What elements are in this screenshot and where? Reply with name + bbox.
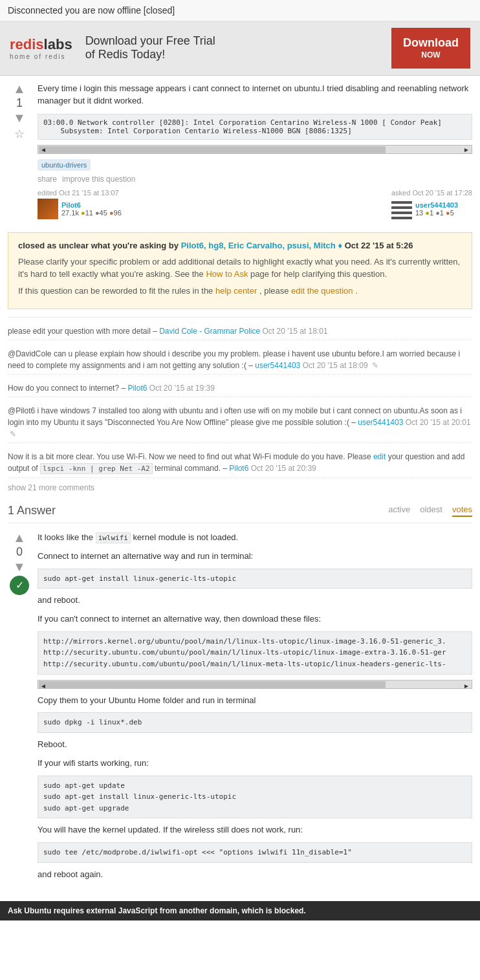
asker-info: user5441403 13 ●1 ●1 ●5	[415, 201, 458, 217]
vote-up-button[interactable]: ▲	[13, 82, 26, 95]
answer-para7: If your wifi starts working, run:	[38, 757, 472, 770]
asked-by-card: asked Oct 20 '15 at 17:28 user5441403 13…	[391, 189, 472, 219]
closed-body1: Please clarify your specific problem or …	[18, 256, 462, 281]
sort-active-tab[interactable]: active	[388, 505, 410, 517]
edit-question-link[interactable]: edit the question	[291, 286, 353, 296]
ad-logo: redislabs home of redis	[10, 36, 72, 60]
answer-para5: Copy them to your Ubuntu Home folder and…	[38, 694, 472, 708]
editor-avatar	[38, 199, 58, 219]
ad-banner: redislabs home of redis Download your Fr…	[0, 21, 480, 76]
main-content: ▲ 1 ▼ ☆ Every time i login this message …	[0, 76, 480, 901]
asker-avatar	[391, 199, 412, 219]
answer-vote-down[interactable]: ▼	[13, 560, 26, 573]
scrollbar[interactable]: ◄ ►	[38, 145, 472, 154]
answer-para4: If you can't connect to internet an alte…	[38, 613, 472, 626]
answer-vote-up[interactable]: ▲	[13, 531, 26, 544]
accepted-badge: ✓	[10, 576, 29, 595]
comment-1: please edit your question with more deta…	[8, 323, 472, 340]
show-more-link[interactable]: show 21 more comments	[8, 483, 94, 492]
comment-2-edit-icon[interactable]: ✎	[372, 361, 378, 370]
comment-3: How do you connect to internet? – Pilot6…	[8, 380, 472, 397]
asker-name[interactable]: user5441403	[415, 201, 458, 209]
answer-para9: and reboot again.	[38, 868, 472, 882]
comment-2: @DavidCole can u please explain how shou…	[8, 345, 472, 375]
answer-vote-count: 0	[16, 545, 23, 559]
closed-header: closed as unclear what you're asking by …	[18, 241, 462, 250]
answer-body: It looks like the iwlwifi kernel module …	[38, 531, 472, 887]
comment-5: Now it is a bit more clear. You use Wi-F…	[8, 448, 472, 478]
answer-scroll-left[interactable]: ◄	[38, 681, 49, 692]
answer-code-inline: iwlwifi	[96, 532, 131, 543]
download-button[interactable]: Download NOW	[391, 28, 470, 69]
editor-name[interactable]: Pilot6	[61, 201, 122, 209]
answer-code-block-1: sudo apt-get install linux-generic-lts-u…	[38, 569, 472, 589]
scroll-left-arrow[interactable]: ◄	[38, 146, 49, 154]
answer-code-block-4: sudo apt-get update sudo apt-get install…	[38, 776, 472, 819]
comments-section: please edit your question with more deta…	[8, 317, 472, 492]
comment-4-user[interactable]: user5441403	[358, 418, 403, 427]
top-bar: Disconnected you are now offline [closed…	[0, 0, 480, 21]
question-text: Every time i login this message appears …	[38, 82, 472, 107]
help-center-link[interactable]: help center	[215, 286, 257, 296]
closed-notice: closed as unclear what you're asking by …	[8, 232, 472, 310]
edited-label: edited Oct 21 '15 at 13:07	[38, 189, 122, 197]
edit-link-comment5[interactable]: edit	[373, 452, 386, 461]
comment-5-user[interactable]: Pilot6	[229, 464, 248, 473]
asker-silver-badge: ●	[435, 209, 440, 217]
asker-bronze-badge: ●	[446, 209, 450, 217]
sort-votes-tab[interactable]: votes	[452, 505, 472, 517]
comment-3-user[interactable]: Pilot6	[127, 384, 147, 393]
answer-code-block-3: sudo dpkg -i linux*.deb	[38, 712, 472, 733]
editor-silver-badge: ●	[95, 209, 100, 217]
question-area: ▲ 1 ▼ ☆ Every time i login this message …	[8, 82, 472, 226]
asker-rep: 13 ●1 ●1 ●5	[415, 209, 458, 217]
editor-info: Pilot6 27.1k ●11 ●45 ●96	[61, 201, 122, 217]
answers-count: 1 Answer	[8, 504, 56, 517]
closed-body2: If this question can be reworded to fit …	[18, 285, 462, 298]
ad-headline: Download your Free Trial of Redis Today!	[85, 34, 391, 61]
comment-2-user[interactable]: user5441403	[255, 361, 300, 370]
vote-column: ▲ 1 ▼ ☆	[8, 82, 31, 226]
answer-vote-column: ▲ 0 ▼ ✓	[8, 531, 31, 887]
answer-para8: You will have the kernel updated. If the…	[38, 823, 472, 837]
editor-avatar-img	[38, 199, 58, 219]
answer-code-block-2: http://mirrors.kernel.org/ubuntu/pool/ma…	[38, 631, 472, 675]
asker-avatar-img	[391, 199, 412, 219]
comment-4-edit-icon[interactable]: ✎	[10, 430, 16, 439]
answer-scrollbar-track[interactable]	[39, 681, 386, 689]
comment-1-user[interactable]: David Cole - Grammar Police	[159, 327, 260, 336]
question-code-block: 03:00.0 Network controller [0280]: Intel…	[38, 114, 472, 140]
notification-text: Ask Ubuntu requires external JavaScript …	[8, 906, 306, 915]
action-links: share improve this question	[38, 175, 472, 184]
scroll-right-arrow[interactable]: ►	[461, 146, 472, 154]
share-link[interactable]: share	[38, 175, 57, 184]
sort-tabs: active oldest votes	[388, 505, 472, 517]
asked-label: asked Oct 20 '15 at 17:28	[391, 189, 472, 197]
tag-ubuntu-drivers[interactable]: ubuntu-drivers	[38, 159, 91, 171]
vote-count: 1	[16, 96, 23, 110]
redis-logo-text: redislabs	[10, 36, 72, 53]
editor-gold-badge: ●	[81, 209, 85, 217]
sort-oldest-tab[interactable]: oldest	[420, 505, 442, 517]
closers-link[interactable]: Pilot6, hg8, Eric Carvalho, psusi, Mitch…	[181, 241, 342, 250]
answer-para3: and reboot.	[38, 594, 472, 607]
user-cards: edited Oct 21 '15 at 13:07 Pilot6 27.1k …	[38, 189, 472, 219]
answer-para1: It looks like the iwlwifi kernel module …	[38, 531, 472, 545]
scrollbar-track[interactable]	[39, 146, 386, 154]
comment-4: @Pilot6 i have windows 7 installed too a…	[8, 402, 472, 443]
show-more-comments[interactable]: show 21 more comments	[8, 483, 472, 492]
editor-bronze-badge: ●	[109, 209, 114, 217]
tags-area: ubuntu-drivers	[38, 159, 472, 175]
answer-scrollbar[interactable]: ◄ ►	[38, 680, 472, 689]
answer-scroll-right[interactable]: ►	[461, 681, 472, 692]
vote-down-button[interactable]: ▼	[13, 111, 26, 124]
notification-bar: Ask Ubuntu requires external JavaScript …	[0, 901, 480, 920]
answers-header: 1 Answer active oldest votes	[8, 499, 472, 523]
how-to-ask-link[interactable]: How to Ask	[206, 269, 248, 279]
comment-5-code: lspci -knn | grep Net -A2	[40, 463, 153, 474]
favorite-button[interactable]: ☆	[14, 127, 25, 141]
improve-link[interactable]: improve this question	[62, 175, 135, 184]
answer-para6: Reboot.	[38, 738, 472, 752]
question-body: Every time i login this message appears …	[38, 82, 472, 226]
answer-area: ▲ 0 ▼ ✓ It looks like the iwlwifi kernel…	[8, 531, 472, 887]
